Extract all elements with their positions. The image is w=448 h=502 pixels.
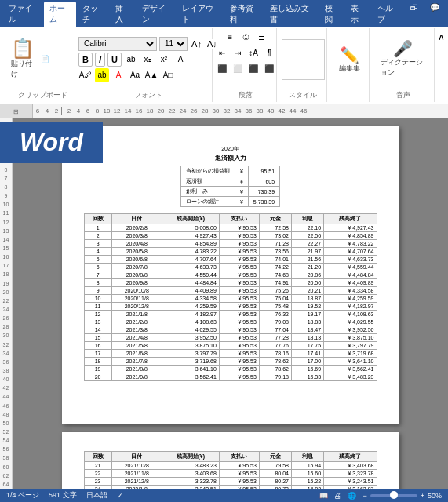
clipboard-group: 📋 貼り付け ✂ 切り取り 📄 コピー 🖌 書式のコ... クリップボード xyxy=(3,28,82,102)
text-effect-button[interactable]: A🖊 xyxy=(78,68,93,82)
view-mode-print[interactable]: 🖨 xyxy=(334,492,341,500)
table-header-row: 回数 日付 残高開始(¥) 支払い 元金 利息 残高終了 xyxy=(84,214,377,224)
tab-expand[interactable]: 🗗 xyxy=(405,2,424,27)
dictation-button[interactable]: 🎤 ディクテーション xyxy=(377,39,430,79)
table-row: 42020/5/84,783.22¥ 95.5373.5621.97¥ 4,70… xyxy=(84,248,377,256)
grow-font-button[interactable]: A↑ xyxy=(190,39,203,49)
table-cell: ¥ 95.53 xyxy=(219,279,259,287)
tab-design[interactable]: デザイン xyxy=(137,2,177,27)
char-border-button[interactable]: A□ xyxy=(161,68,175,82)
font-size-select[interactable]: 11 xyxy=(159,37,188,51)
table-row: 232021/12/83,323.78¥ 95.5380.2715.22¥ 3,… xyxy=(84,478,377,486)
subscript-button[interactable]: x₂ xyxy=(140,53,155,67)
italic-button[interactable]: I xyxy=(95,53,105,67)
tab-layout[interactable]: レイアウト xyxy=(177,2,224,27)
tab-help[interactable]: ヘルプ xyxy=(372,2,404,27)
align-right-button[interactable]: ⬛ xyxy=(246,61,260,75)
ruler-mark: 18 xyxy=(144,107,155,115)
table-cell: 15 xyxy=(84,334,111,342)
tab-touch[interactable]: タッチ xyxy=(77,2,109,27)
table-cell: 78.62 xyxy=(259,366,291,373)
ruler-mark: 42 xyxy=(276,107,287,115)
table-cell: 6 xyxy=(84,264,111,271)
styles-gallery[interactable]: スタイル xyxy=(282,39,325,80)
table-cell: ¥ 95.53 xyxy=(219,287,259,295)
font-color-button[interactable]: A xyxy=(111,68,126,82)
v-ruler-mark: 26 xyxy=(0,314,12,322)
paste-button[interactable]: 📋 貼り付け xyxy=(8,38,37,81)
collapse-ribbon-button[interactable]: ∧ xyxy=(438,31,445,42)
cut-button[interactable]: ✂ 切り取り xyxy=(39,30,77,52)
change-case-button[interactable]: Aa xyxy=(128,68,142,82)
v-ruler-mark: 18 xyxy=(0,270,12,278)
numbering-button[interactable]: ① xyxy=(239,30,253,44)
tab-insert[interactable]: 挿入 xyxy=(110,2,135,27)
table-cell: 4,029.55 xyxy=(162,326,219,334)
highlight-button[interactable]: ab xyxy=(95,68,109,82)
zoom-control[interactable]: − + 50% xyxy=(362,492,442,500)
table-cell: 15.94 xyxy=(292,462,324,470)
tab-comment[interactable]: 💬 xyxy=(424,2,445,27)
table-cell: 80.04 xyxy=(259,470,291,478)
table-cell: 75.04 xyxy=(259,295,291,303)
align-center-button[interactable]: ⬜ xyxy=(231,61,245,75)
zoom-slider[interactable] xyxy=(370,494,417,497)
table-row: 創利一み ¥ 730.39 xyxy=(180,187,279,197)
underline-button[interactable]: U xyxy=(107,53,122,67)
table-row: 152021/4/83,952.50¥ 95.5377.2818.13¥ 3,8… xyxy=(84,334,377,342)
view-mode-web[interactable]: 🌐 xyxy=(348,492,356,500)
show-marks-button[interactable]: ¶ xyxy=(262,45,276,60)
justify-button[interactable]: ⬛ xyxy=(262,61,276,75)
copy-button[interactable]: 📄 コピー xyxy=(39,53,77,65)
v-ruler-mark: 16 xyxy=(0,253,12,261)
tab-home[interactable]: ホーム xyxy=(44,2,76,27)
col-header-date: 日付 xyxy=(111,452,162,462)
table-cell: 4,559.44 xyxy=(162,271,219,279)
multilevel-button[interactable]: ≣ xyxy=(254,30,268,44)
table-row: 当初からの損益額 ¥ 95.51 xyxy=(180,166,279,176)
paragraph-group: ≡ ① ≣ ⇤ ⇥ ↕A ¶ ⬛ ⬜ ⬛ ⬛ 段落 xyxy=(216,28,277,102)
table-cell: 4,108.63 xyxy=(162,318,219,326)
table-cell: 2020/5/8 xyxy=(111,248,162,256)
tab-view[interactable]: 表示 xyxy=(345,2,370,27)
table-cell: ¥ 4,927.43 xyxy=(324,224,377,232)
table-cell: ¥ 3,162.87 xyxy=(324,486,377,489)
char-shading-button[interactable]: A▲ xyxy=(144,68,158,82)
superscript-button[interactable]: x² xyxy=(157,53,171,67)
table-cell: ¥ 3,641.10 xyxy=(324,358,377,366)
increase-indent-button[interactable]: ⇥ xyxy=(231,45,245,60)
clear-format-button[interactable]: A xyxy=(173,53,188,67)
bullets-button[interactable]: ≡ xyxy=(223,30,237,44)
strikethrough-button[interactable]: ab xyxy=(124,53,138,67)
sort-button[interactable]: ↕A xyxy=(246,45,260,60)
table-cell: 15.22 xyxy=(292,478,324,486)
font-name-select[interactable]: Calibri xyxy=(78,37,157,51)
tab-references[interactable]: 参考資料 xyxy=(224,2,264,27)
table-cell: 2021/2/8 xyxy=(111,318,162,326)
editing-button[interactable]: ✏️ 編集集 xyxy=(336,45,363,75)
table-cell: ¥ 4,854.89 xyxy=(324,232,377,240)
table-cell: 79.58 xyxy=(259,462,291,470)
zoom-out-button[interactable]: − xyxy=(362,492,366,500)
document-area[interactable]: Word 2020年 返済額入力 当初からの損益額 ¥ 95.51 xyxy=(13,118,448,489)
zoom-in-button[interactable]: + xyxy=(421,492,424,500)
table-cell: 78.62 xyxy=(259,358,291,366)
paste-label: 貼り付け xyxy=(11,59,34,79)
table-row: 112020/12/84,259.59¥ 95.5375.4819.52¥ 4,… xyxy=(84,303,377,311)
tab-file[interactable]: ファイル xyxy=(3,2,43,27)
tab-review[interactable]: 校閲 xyxy=(319,2,344,27)
table-cell: ¥ 3,797.79 xyxy=(324,342,377,350)
bold-button[interactable]: B xyxy=(78,53,93,67)
tab-mailings[interactable]: 差し込み文書 xyxy=(264,2,319,27)
table-cell: ¥ 4,108.63 xyxy=(324,311,377,318)
table-row: 182021/7/83,719.68¥ 95.5378.6217.00¥ 3,6… xyxy=(84,358,377,366)
align-left-button[interactable]: ⬛ xyxy=(215,61,229,75)
table-row: 222021/11/83,403.68¥ 95.5380.0415.60¥ 3,… xyxy=(84,470,377,478)
table-cell: 18.87 xyxy=(292,295,324,303)
view-mode-read[interactable]: 📖 xyxy=(319,492,328,500)
format-painter-button[interactable]: 🖌 書式のコ... xyxy=(39,67,77,89)
table-cell: 4,854.89 xyxy=(162,240,219,248)
decrease-indent-button[interactable]: ⇤ xyxy=(215,45,229,60)
table-row: 172021/6/83,797.79¥ 95.5378.1617.41¥ 3,7… xyxy=(84,350,377,358)
col-header-balance-start: 残高開始(¥) xyxy=(162,214,219,224)
